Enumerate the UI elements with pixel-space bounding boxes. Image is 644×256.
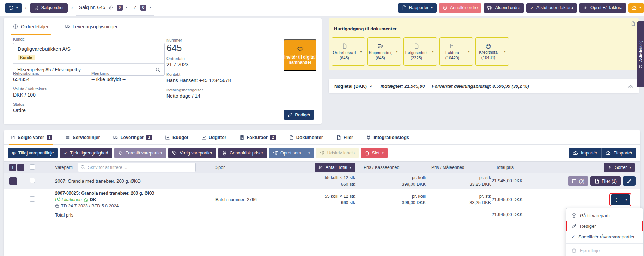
caret-down-icon: ▾ [629,166,631,169]
expand-all-button[interactable]: + [9,164,16,171]
search-icon[interactable] [155,67,160,72]
tab-solgte-varer[interactable]: Solgte varer1 [10,130,52,145]
check-availability-button[interactable]: ✓ Tjek tilgængelighed [60,148,112,158]
refresh-prices-button[interactable]: Genopfrisk priser [218,148,267,158]
filter-input[interactable] [78,163,196,172]
menu-item-specificer[interactable]: ✓ Specificér råvarevarepartier [566,231,643,242]
quick-doc-kreditnota[interactable]: ☹ Kreditnota (10434) ▾ [475,37,509,66]
add-line-button[interactable]: ⊕ Tilføj varepartilinje [8,148,58,158]
price-case-cell: pr. kolli 399,00 DKK [355,193,426,206]
invite-digital-trade-button[interactable]: Invitér til digital samhandel [284,39,316,71]
sync-cloud-button[interactable]: ▾ [628,3,644,13]
dropdown-caret[interactable]: ▾ [501,38,509,65]
page-title: Salg nr. 645 [79,5,105,10]
collapse-row-button[interactable]: − [9,177,17,185]
create-as-button[interactable]: Opret som ... ▾ [269,148,314,158]
total-price-cell: 21.945,00 DKK [491,178,526,184]
tasks-count-badge: 0 [140,5,146,11]
annuller-ordre-button[interactable]: Annullér ordre [439,3,482,13]
column-vareparti: Vareparti [55,165,73,170]
link-icon[interactable] [109,5,114,10]
row-checkbox[interactable] [30,178,35,183]
breadcrumb-chevron-icon: › [25,5,27,11]
activity-log-side-tab[interactable]: Aktivitetslog [637,21,644,87]
tab-leveringer[interactable]: Leveringer1 [113,130,152,145]
suggest-lots-button[interactable]: Foreslå varepartier [114,148,166,158]
menu-item-goto-vareparti[interactable]: Gå til vareparti [566,210,643,221]
nummer-field: Nummer 645 [166,38,182,53]
item-title: 2007: Granola med tranebær, 200 g, ØKO [41,178,201,184]
menu-item-rediger[interactable]: Redigér [566,221,643,231]
quick-doc-shipmondo[interactable]: Shipmondo (... (645) ▾ [367,37,401,66]
document-icon [289,135,294,140]
breadcrumb-chevron-icon: › [71,5,73,11]
history-button[interactable]: ▾ [5,3,22,13]
quick-doc-faktura[interactable]: Faktura (10420) ▾ [439,37,473,66]
price-unit-cell: pr. stk 33,25 DKK [426,175,491,187]
pencil-icon [287,112,292,117]
collapse-all-button[interactable]: − [17,164,24,171]
tab-fakturaer[interactable]: Fakturaer2 [239,130,276,145]
tab-udgifter[interactable]: Udgifter [201,130,226,145]
tab-dokumenter[interactable]: Dokumenter [289,130,323,145]
dropdown-caret[interactable]: ▾ [465,38,473,65]
select-all-checkbox[interactable] [30,164,35,170]
edit-row-button[interactable] [623,176,636,186]
tab-leveringsoplysninger[interactable]: Leveringsoplysninger [65,18,118,35]
export-button[interactable]: Eksportér [601,148,637,158]
kebab-menu-icon: ⋮ [611,197,622,202]
afsend-ordre-button[interactable]: Afsend ordre [484,3,524,13]
tab-servicelinjer[interactable]: Servicelinjer [65,130,100,145]
tasks-group: ✓ 0 ▾ [130,0,154,16]
file-icon [336,135,341,140]
select-lots-button[interactable]: Vælg varepartier [168,148,216,158]
row-menu-button[interactable]: ⋮ ▾ [611,194,630,205]
afslut-label: Afslut uden faktura [536,5,573,10]
caret-down-icon: ▾ [16,6,18,10]
menu-item-fjern-linje: Fjern linje [566,245,643,256]
breadcrumb-salgsordrer-button[interactable]: Salgsordrer [30,3,68,13]
coins-icon [34,5,39,10]
dropdown-caret[interactable]: ▾ [429,38,437,65]
row-actions: ⋮ ▾ [526,193,636,206]
tab-filer[interactable]: Filer [336,130,353,145]
status-field: Status Ordre [13,102,26,113]
order-card-tabs: Ordredetaljer Leveringsoplysninger [4,18,322,35]
row-checkbox[interactable] [30,196,35,202]
table-header: + − Vareparti Spor Antal: Total ▾ Pris / [4,161,640,173]
pdf-document-icon [414,43,419,49]
gauge-icon[interactable] [628,83,633,89]
price-case-cell: pr. kolli 399,00 DKK [355,175,426,187]
rapporter-button[interactable]: Rapporter ▾ [398,3,437,13]
quick-docs-title: Hurtigadgang til dokumenter [329,18,639,31]
quick-doc-ordrebekraeftelse[interactable]: Ordrebekræf... (645) ▾ [332,37,365,66]
tag-icon [172,151,177,156]
caret-down-icon[interactable]: ▾ [150,6,151,9]
afslut-uden-faktura-button[interactable]: ✓ Afslut uden faktura [526,3,577,13]
links-count-badge: 0 [117,5,123,11]
antal-mode-button[interactable]: Antal: Total ▾ [315,163,355,172]
tab-ordredetaljer[interactable]: Ordredetaljer [13,18,49,35]
dropdown-caret[interactable]: ▾ [393,38,401,65]
customer-name: Dagligvarebutikken A/S [18,46,160,52]
rediger-order-button[interactable]: Redigér [284,110,314,120]
caret-down-icon: ▾ [622,198,630,201]
cloud-upload-icon [573,150,578,156]
dropdown-caret[interactable]: ▾ [357,38,365,65]
menu-divider [566,243,643,244]
tab-budget[interactable]: Budget [165,130,188,145]
truck-icon [378,43,383,49]
truck-icon [487,5,492,10]
package-icon [571,213,577,218]
tab-integrationslogs[interactable]: Integrationslogs [366,130,409,145]
document-icon[interactable] [631,21,636,26]
caret-down-icon[interactable]: ▾ [126,6,128,9]
opret-faktura-button[interactable]: Opret +/- faktura [579,3,626,13]
customer-selected[interactable]: Dagligvarebutikken A/S Kunde [13,43,164,64]
comments-button[interactable]: (0) [568,176,588,186]
import-button[interactable]: Importér [569,148,601,158]
sort-button[interactable]: Sortér ▾ [604,163,635,172]
quick-doc-folgeseddel[interactable]: Følgeseddel (2225) ▾ [403,37,437,66]
delete-button[interactable]: Slet ▾ [361,148,388,158]
files-button[interactable]: Filer (1) [590,176,621,186]
